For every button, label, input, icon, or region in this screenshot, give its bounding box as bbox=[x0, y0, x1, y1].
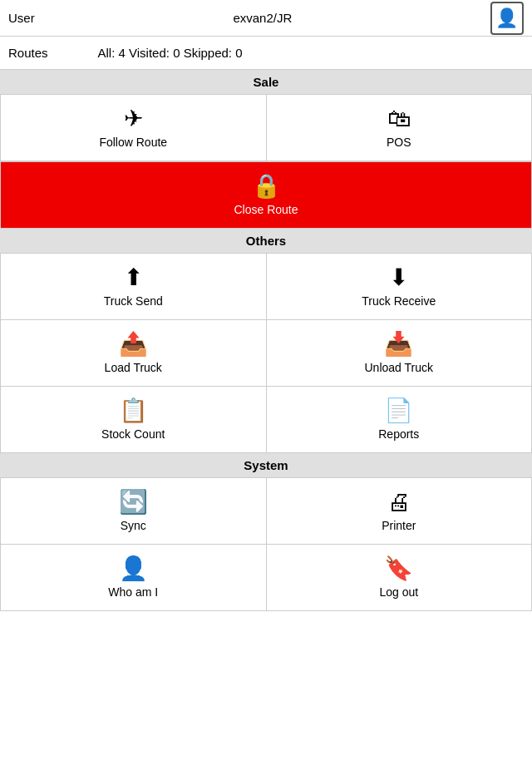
truck-send-icon: ⬆ bbox=[124, 266, 143, 289]
stock-count-button[interactable]: 📋 Stock Count bbox=[1, 387, 267, 453]
truck-receive-button[interactable]: ⬇ Truck Receive bbox=[267, 254, 533, 320]
sync-label: Sync bbox=[121, 519, 146, 532]
reports-icon: 📄 bbox=[384, 399, 413, 422]
who-am-i-button[interactable]: 👤 Who am I bbox=[1, 545, 267, 611]
sync-icon: 🔄 bbox=[119, 491, 148, 514]
routes-bar: Routes All: 4 Visited: 0 Skipped: 0 bbox=[0, 37, 532, 70]
user-label: User bbox=[8, 11, 35, 25]
pos-button[interactable]: 🛍 POS bbox=[267, 95, 533, 161]
follow-route-label: Follow Route bbox=[99, 136, 167, 149]
unload-truck-button[interactable]: 📥 Unload Truck bbox=[267, 320, 533, 387]
reports-label: Reports bbox=[378, 427, 419, 441]
pos-icon: 🛍 bbox=[387, 107, 411, 131]
pos-label: POS bbox=[387, 136, 411, 149]
close-route-label: Close Route bbox=[234, 203, 298, 216]
stock-count-label: Stock Count bbox=[101, 427, 165, 441]
close-route-grid: 🔒 Close Route bbox=[0, 161, 532, 229]
system-section-header: System bbox=[0, 453, 532, 477]
routes-label: Routes bbox=[8, 46, 48, 60]
unload-truck-icon: 📥 bbox=[384, 333, 413, 356]
avatar[interactable]: 👤 bbox=[490, 2, 524, 35]
log-out-button[interactable]: 🔖 Log out bbox=[267, 545, 533, 611]
load-truck-icon: 📤 bbox=[119, 333, 148, 356]
close-route-icon: 🔒 bbox=[252, 175, 281, 198]
stock-count-icon: 📋 bbox=[119, 399, 148, 422]
sale-grid: ✈ Follow Route 🛍 POS bbox=[0, 94, 532, 161]
truck-send-button[interactable]: ⬆ Truck Send bbox=[1, 254, 267, 320]
follow-route-button[interactable]: ✈ Follow Route bbox=[1, 95, 267, 161]
follow-route-icon: ✈ bbox=[124, 107, 143, 131]
load-truck-button[interactable]: 📤 Load Truck bbox=[1, 320, 267, 387]
truck-receive-label: Truck Receive bbox=[362, 294, 436, 308]
sync-button[interactable]: 🔄 Sync bbox=[1, 478, 267, 545]
reports-button[interactable]: 📄 Reports bbox=[267, 387, 533, 453]
who-am-i-icon: 👤 bbox=[119, 557, 148, 580]
log-out-icon: 🔖 bbox=[384, 557, 413, 580]
truck-receive-icon: ⬇ bbox=[389, 266, 408, 289]
truck-send-label: Truck Send bbox=[104, 294, 163, 308]
others-section-header: Others bbox=[0, 229, 532, 253]
close-route-button[interactable]: 🔒 Close Route bbox=[1, 162, 532, 229]
username-display: exvan2/JR bbox=[233, 11, 292, 25]
log-out-label: Log out bbox=[379, 585, 418, 599]
printer-button[interactable]: 🖨 Printer bbox=[267, 478, 533, 545]
sale-section-header: Sale bbox=[0, 70, 532, 94]
system-grid: 🔄 Sync 🖨 Printer 👤 Who am I 🔖 Log out bbox=[0, 477, 532, 611]
routes-info: All: 4 Visited: 0 Skipped: 0 bbox=[98, 46, 243, 60]
who-am-i-label: Who am I bbox=[108, 585, 158, 599]
load-truck-label: Load Truck bbox=[105, 361, 162, 374]
printer-icon: 🖨 bbox=[387, 491, 411, 514]
app-header: User exvan2/JR 👤 bbox=[0, 0, 532, 37]
others-grid: ⬆ Truck Send ⬇ Truck Receive 📤 Load Truc… bbox=[0, 253, 532, 453]
printer-label: Printer bbox=[382, 519, 416, 532]
unload-truck-label: Unload Truck bbox=[365, 361, 433, 374]
